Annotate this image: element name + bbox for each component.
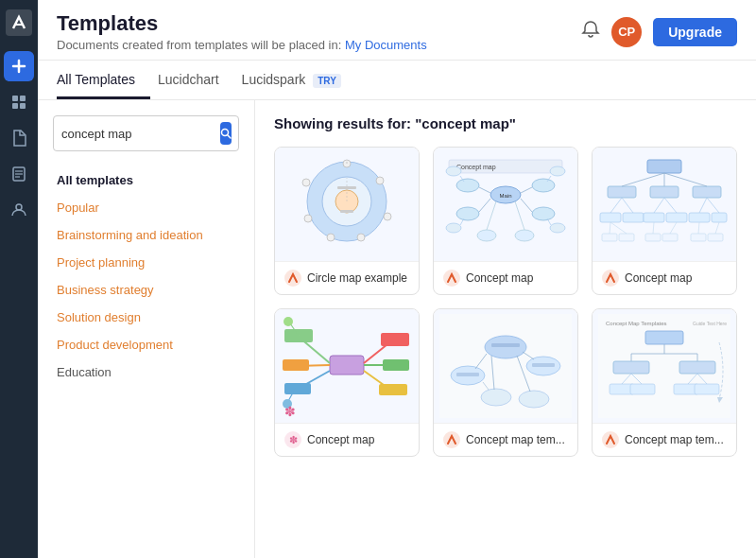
svg-point-16	[376, 177, 384, 184]
svg-rect-71	[602, 234, 617, 241]
tab-lucidspark[interactable]: Lucidspark TRY	[242, 61, 356, 99]
filter-project-planning[interactable]: Project planning	[53, 249, 239, 276]
card-preview: Concept map Main	[434, 148, 577, 261]
svg-rect-88	[283, 359, 309, 371]
svg-rect-61	[644, 213, 664, 222]
svg-point-26	[284, 270, 301, 287]
tab-bar: All Templates Lucidchart Lucidspark TRY	[38, 61, 756, 100]
tab-all-templates[interactable]: All Templates	[57, 61, 150, 99]
filter-product-development[interactable]: Product development	[53, 331, 239, 358]
svg-line-69	[699, 198, 707, 213]
my-documents-link[interactable]: My Documents	[345, 38, 427, 52]
other-icon: ✽	[284, 431, 301, 448]
filter-solution-design[interactable]: Solution design	[53, 304, 239, 331]
card-footer: Concept map	[593, 261, 736, 294]
svg-point-17	[384, 213, 391, 220]
nav-grid[interactable]	[4, 87, 34, 117]
template-grid-area: Showing results for: "concept map"	[255, 100, 756, 558]
svg-point-47	[477, 230, 496, 241]
svg-line-82	[715, 222, 719, 234]
filter-all-templates[interactable]: All templates	[53, 166, 239, 194]
filter-education[interactable]: Education	[53, 358, 239, 386]
svg-point-83	[602, 270, 619, 287]
svg-line-38	[521, 199, 532, 212]
svg-rect-60	[623, 213, 644, 222]
svg-rect-3	[12, 103, 18, 109]
page-title: Templates	[57, 11, 427, 36]
search-input[interactable]	[61, 127, 220, 141]
svg-point-109	[519, 391, 549, 408]
svg-point-118	[443, 431, 460, 448]
svg-rect-92	[381, 333, 409, 346]
svg-point-20	[304, 215, 312, 222]
template-card[interactable]: Concept map	[592, 147, 737, 295]
svg-rect-94	[383, 359, 409, 371]
card-footer: ✽ Concept map	[275, 423, 419, 456]
card-title: Concept map tem...	[466, 433, 565, 446]
svg-point-18	[357, 234, 365, 241]
template-card[interactable]: Concept Map Templates Guide Text Here	[592, 308, 737, 457]
filter-sidebar: All templates Popular Brainstorming and …	[38, 100, 255, 558]
filter-business-strategy[interactable]: Business strategy	[53, 276, 239, 304]
notifications-icon[interactable]	[581, 20, 600, 44]
app-logo[interactable]	[6, 9, 32, 36]
svg-line-70	[707, 198, 719, 213]
svg-rect-90	[284, 383, 311, 394]
svg-point-43	[550, 166, 565, 176]
results-label: Showing results for: "concept map"	[274, 115, 737, 131]
card-title: Concept map tem...	[625, 433, 724, 446]
card-preview	[434, 309, 577, 423]
svg-line-11	[228, 135, 232, 139]
tab-lucidchart[interactable]: Lucidchart	[158, 61, 234, 99]
filter-popular[interactable]: Popular	[53, 194, 239, 221]
svg-line-81	[698, 222, 699, 234]
svg-line-58	[664, 173, 707, 186]
svg-rect-75	[691, 234, 706, 241]
svg-rect-25	[340, 210, 353, 213]
card-title: Circle map example	[307, 271, 407, 285]
svg-line-68	[664, 198, 677, 213]
svg-line-48	[487, 201, 496, 230]
svg-rect-117	[532, 363, 555, 367]
card-preview	[275, 148, 419, 261]
svg-rect-53	[608, 186, 636, 198]
svg-point-139	[602, 431, 619, 448]
user-avatar[interactable]: CP	[611, 17, 642, 47]
nav-file[interactable]	[4, 123, 34, 153]
svg-rect-52	[647, 160, 681, 173]
svg-rect-84	[330, 356, 364, 375]
svg-rect-96	[379, 384, 407, 395]
svg-point-32	[456, 207, 479, 220]
upgrade-button[interactable]: Upgrade	[653, 18, 737, 46]
svg-point-45	[550, 223, 565, 233]
svg-rect-137	[695, 384, 719, 394]
search-button[interactable]	[220, 122, 232, 145]
svg-line-65	[610, 198, 622, 213]
svg-point-108	[481, 389, 511, 406]
svg-line-50	[515, 201, 524, 230]
template-card[interactable]: Concept map tem...	[433, 308, 578, 457]
card-footer: Circle map example	[275, 261, 419, 294]
svg-rect-76	[708, 234, 723, 241]
template-card[interactable]: ✽ ✽ Concept map	[274, 308, 420, 457]
svg-rect-128	[613, 361, 649, 374]
svg-rect-54	[650, 186, 679, 198]
svg-point-9	[16, 204, 22, 210]
template-card[interactable]: Circle map example	[274, 147, 420, 295]
card-preview: ✽	[275, 309, 419, 423]
svg-rect-135	[630, 384, 655, 394]
nav-user[interactable]	[4, 195, 34, 225]
svg-line-56	[622, 173, 664, 186]
svg-rect-59	[600, 213, 621, 222]
nav-add[interactable]	[4, 51, 34, 81]
svg-point-21	[302, 179, 310, 186]
svg-line-78	[610, 222, 627, 234]
filter-brainstorming[interactable]: Brainstorming and ideation	[53, 221, 239, 249]
nav-doc[interactable]	[4, 159, 34, 189]
svg-rect-73	[645, 234, 661, 241]
svg-rect-4	[20, 103, 26, 109]
svg-rect-2	[20, 96, 26, 101]
content-area: All templates Popular Brainstorming and …	[38, 100, 756, 558]
card-title: Concept map	[625, 271, 692, 285]
template-card[interactable]: Concept map Main	[433, 147, 578, 295]
